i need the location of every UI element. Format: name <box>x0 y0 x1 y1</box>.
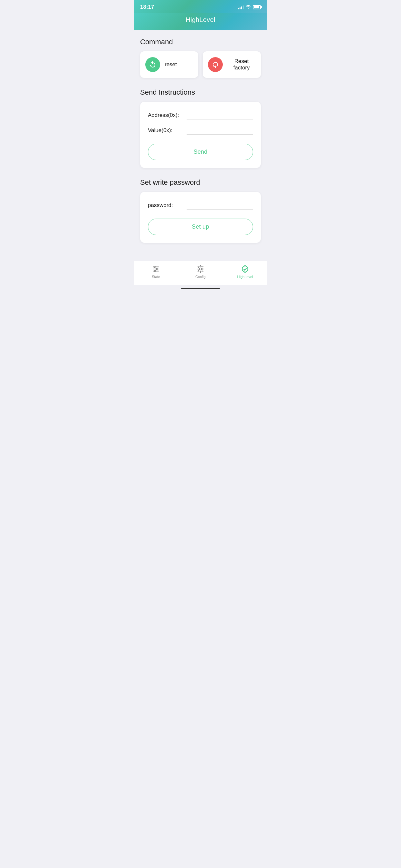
set-password-card: password: Set up <box>140 192 261 243</box>
tab-state-label: State <box>152 275 160 279</box>
tab-highlevel[interactable]: HighLevel <box>223 265 267 279</box>
value-row: Value(0x): <box>148 126 253 135</box>
reset-factory-icon <box>208 57 223 72</box>
address-row: Address(0x): <box>148 111 253 120</box>
reset-factory-label: Reset factory <box>227 58 256 71</box>
reset-factory-button[interactable]: Reset factory <box>203 51 261 78</box>
state-icon <box>151 265 160 274</box>
address-label: Address(0x): <box>148 112 187 119</box>
set-password-section: Set write password password: Set up <box>140 178 261 243</box>
signal-icon <box>238 5 244 9</box>
home-indicator <box>134 285 267 290</box>
value-label: Value(0x): <box>148 127 187 134</box>
tab-config[interactable]: Config <box>178 265 223 279</box>
svg-point-4 <box>156 268 157 270</box>
send-button[interactable]: Send <box>148 144 253 160</box>
status-icons <box>238 4 261 10</box>
send-instructions-card: Address(0x): Value(0x): Send <box>140 102 261 168</box>
status-time: 18:17 <box>140 4 154 10</box>
reset-icon <box>145 57 160 72</box>
tab-config-label: Config <box>195 275 206 279</box>
tab-bar: State Config HighLevel <box>134 261 267 285</box>
main-content: Command reset Reset facto <box>134 30 267 261</box>
setup-button[interactable]: Set up <box>148 219 253 235</box>
svg-point-6 <box>199 268 202 270</box>
value-input[interactable] <box>187 126 253 135</box>
tab-state[interactable]: State <box>134 265 178 279</box>
command-section: Command reset Reset facto <box>140 38 261 78</box>
reset-button[interactable]: reset <box>140 51 198 78</box>
svg-point-3 <box>154 266 155 268</box>
app-header: HighLevel <box>134 13 267 30</box>
set-password-title: Set write password <box>140 178 261 187</box>
header-title: HighLevel <box>186 16 215 23</box>
home-bar <box>181 288 220 289</box>
battery-icon <box>253 5 261 9</box>
config-icon <box>196 265 205 274</box>
wifi-icon <box>246 4 251 10</box>
reset-label: reset <box>165 61 177 68</box>
send-instructions-title: Send Instructions <box>140 88 261 97</box>
command-grid: reset Reset factory <box>140 51 261 78</box>
address-input[interactable] <box>187 111 253 120</box>
password-input[interactable] <box>187 201 253 210</box>
svg-point-7 <box>198 267 203 271</box>
password-label: password: <box>148 202 187 209</box>
command-section-title: Command <box>140 38 261 46</box>
highlevel-icon <box>241 265 250 274</box>
svg-point-5 <box>155 270 156 272</box>
password-row: password: <box>148 201 253 210</box>
status-bar: 18:17 <box>134 0 267 13</box>
send-instructions-section: Send Instructions Address(0x): Value(0x)… <box>140 88 261 168</box>
tab-highlevel-label: HighLevel <box>237 275 253 279</box>
